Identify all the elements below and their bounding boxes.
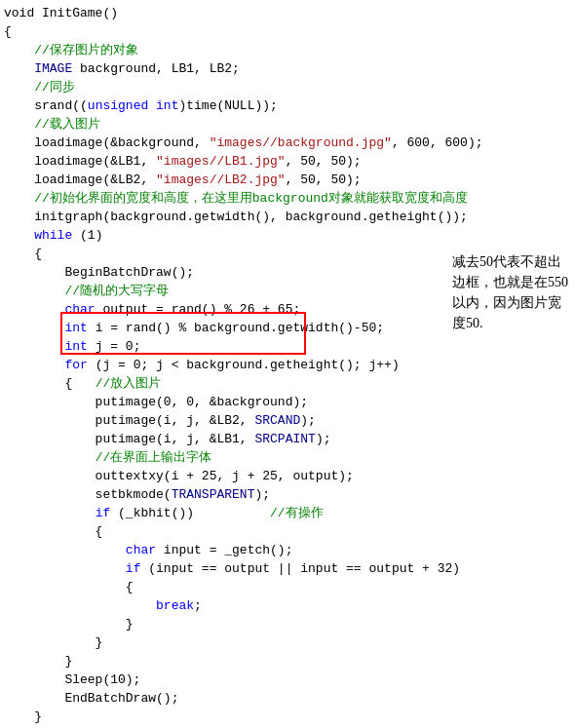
code-line: { [0,578,575,596]
code-line: //载入图片 [0,115,575,134]
code-line: } [0,633,575,652]
code-line: loadimage(&background, "images//backgrou… [0,134,575,152]
code-line: } [0,708,575,726]
code-line: char input = _getch(); [0,541,575,559]
code-line: //保存图片的对象 [0,41,575,59]
code-line: loadimage(&LB1, "images//LB1.jpg", 50, 5… [0,152,575,171]
code-line: loadimage(&LB2, "images//LB2.jpg", 50, 5… [0,171,575,189]
code-line: for (j = 0; j < background.getheight(); … [0,356,575,374]
code-line: putimage(0, 0, &background); [0,393,575,411]
code-line: break; [0,596,575,615]
code-line: { [0,22,575,41]
code-line: if (_kbhit()) //有操作 [0,504,575,522]
code-line: } [0,615,575,633]
code-line: { [0,522,575,541]
code-line: //在界面上输出字体 [0,448,575,467]
code-line: putimage(i, j, &LB1, SRCPAINT); [0,430,575,448]
code-line: putimage(i, j, &LB2, SRCAND); [0,411,575,430]
code-line: if (input == output || input == output +… [0,559,575,578]
code-line: //同步 [0,78,575,96]
code-line: while (1) [0,226,575,245]
code-line: initgraph(background.getwidth(), backgro… [0,208,575,226]
code-line: Sleep(10); [0,671,575,689]
code-line: outtextxy(i + 25, j + 25, output); [0,467,575,485]
code-line: IMAGE background, LB1, LB2; [0,59,575,78]
code-line: { //放入图片 [0,374,575,393]
code-line: int j = 0; [0,337,575,356]
code-line: srand((unsigned int)time(NULL)); [0,96,575,115]
code-line: void InitGame() [0,4,575,22]
code-line: //初始化界面的宽度和高度，在这里用background对象就能获取宽度和高度 [0,189,575,208]
code-line: setbkmode(TRANSPARENT); [0,485,575,504]
code-editor: void InitGame(){ //保存图片的对象 IMAGE backgro… [0,0,575,728]
code-line: EndBatchDraw(); [0,689,575,708]
code-line: } [0,652,575,671]
annotation-text: 减去50代表不超出边框，也就是在550以内，因为图片宽度50. [452,251,569,333]
